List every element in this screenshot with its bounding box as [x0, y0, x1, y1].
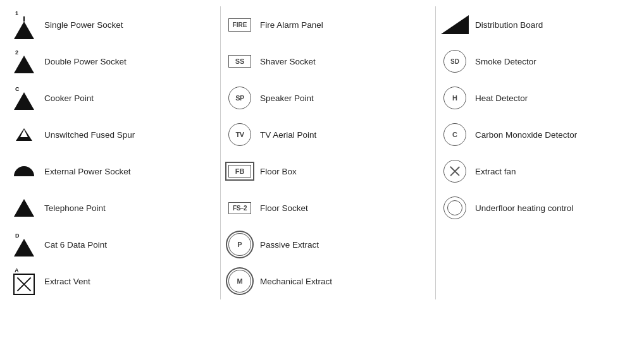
- extract-fan-label: Extract fan: [471, 167, 516, 176]
- double-power-socket-label: Double Power Socket: [40, 57, 127, 66]
- legend-grid: 1 Single Power Socket 2 Double Power Soc…: [0, 0, 644, 306]
- list-item: FB Floor Box: [221, 153, 435, 190]
- list-item: Extract fan: [436, 153, 644, 190]
- list-item: M Mechanical Extract: [221, 263, 435, 299]
- tv-aerial-symbol: TV: [223, 123, 256, 146]
- distribution-board-label: Distribution Board: [471, 20, 543, 30]
- list-item: P Passive Extract: [221, 226, 435, 263]
- shaver-socket-label: Shaver Socket: [256, 57, 316, 66]
- fire-alarm-panel-label: Fire Alarm Panel: [256, 20, 323, 30]
- fused-spur-symbol: [8, 128, 40, 141]
- passive-extract-label: Passive Extract: [256, 240, 319, 250]
- extract-vent-symbol: A: [8, 267, 40, 295]
- floor-box-label: Floor Box: [256, 167, 297, 176]
- smoke-detector-label: Smoke Detector: [471, 57, 536, 66]
- distribution-board-symbol: [438, 15, 471, 34]
- column-3: Distribution Board SD Smoke Detector H H…: [435, 6, 644, 299]
- external-power-socket-symbol: [8, 166, 40, 176]
- list-item: SD Smoke Detector: [436, 43, 644, 80]
- column-2: FIRE Fire Alarm Panel SS Shaver Socket S…: [220, 6, 435, 299]
- list-item: FS–2 Floor Socket: [221, 190, 435, 226]
- list-item: Unswitched Fused Spur: [5, 116, 220, 153]
- shaver-socket-symbol: SS: [223, 55, 256, 68]
- list-item: SS Shaver Socket: [221, 43, 435, 80]
- cooker-point-label: Cooker Point: [40, 94, 94, 103]
- floor-socket-symbol: FS–2: [223, 202, 256, 214]
- cooker-point-symbol: C: [8, 86, 40, 110]
- svg-marker-0: [441, 15, 469, 34]
- floor-box-symbol: FB: [223, 165, 256, 178]
- passive-extract-symbol: P: [223, 233, 256, 256]
- smoke-detector-symbol: SD: [438, 50, 471, 73]
- telephone-point-label: Telephone Point: [40, 203, 106, 213]
- list-item: Underfloor heating control: [436, 190, 644, 226]
- mechanical-extract-symbol: M: [223, 270, 256, 293]
- list-item: D Cat 6 Data Point: [5, 226, 220, 263]
- carbon-monoxide-label: Carbon Monoxide Detector: [471, 130, 577, 140]
- external-power-socket-label: External Power Socket: [40, 167, 131, 176]
- list-item: SP Speaker Point: [221, 80, 435, 116]
- double-power-socket-symbol: 2: [8, 49, 40, 73]
- list-item: Distribution Board: [436, 6, 644, 43]
- cat6-data-point-symbol: D: [8, 232, 40, 256]
- column-1: 1 Single Power Socket 2 Double Power Soc…: [5, 6, 220, 299]
- list-item: Telephone Point: [5, 190, 220, 226]
- list-item: 1 Single Power Socket: [5, 6, 220, 43]
- cat6-data-point-label: Cat 6 Data Point: [40, 240, 107, 250]
- underfloor-heating-symbol: [438, 196, 471, 219]
- extract-fan-symbol: [438, 160, 471, 183]
- fused-spur-label: Unswitched Fused Spur: [40, 130, 135, 140]
- heat-detector-symbol: H: [438, 87, 471, 109]
- single-power-socket-symbol: 1: [8, 10, 40, 39]
- list-item: H Heat Detector: [436, 80, 644, 116]
- list-item: 2 Double Power Socket: [5, 43, 220, 80]
- list-item: C Cooker Point: [5, 80, 220, 116]
- list-item: TV TV Aerial Point: [221, 116, 435, 153]
- list-item: FIRE Fire Alarm Panel: [221, 6, 435, 43]
- carbon-monoxide-symbol: C: [438, 123, 471, 146]
- mechanical-extract-label: Mechanical Extract: [256, 277, 332, 286]
- single-power-socket-label: Single Power Socket: [40, 20, 123, 30]
- tv-aerial-label: TV Aerial Point: [256, 130, 316, 140]
- extract-vent-label: Extract Vent: [40, 277, 90, 286]
- speaker-point-symbol: SP: [223, 87, 256, 109]
- underfloor-heating-label: Underfloor heating control: [471, 203, 573, 213]
- telephone-point-symbol: [8, 199, 40, 217]
- speaker-point-label: Speaker Point: [256, 94, 314, 103]
- list-item: C Carbon Monoxide Detector: [436, 116, 644, 153]
- fire-alarm-panel-symbol: FIRE: [223, 18, 256, 32]
- list-item: A Extract Vent: [5, 263, 220, 299]
- list-item: External Power Socket: [5, 153, 220, 190]
- floor-socket-label: Floor Socket: [256, 203, 308, 213]
- heat-detector-label: Heat Detector: [471, 94, 528, 103]
